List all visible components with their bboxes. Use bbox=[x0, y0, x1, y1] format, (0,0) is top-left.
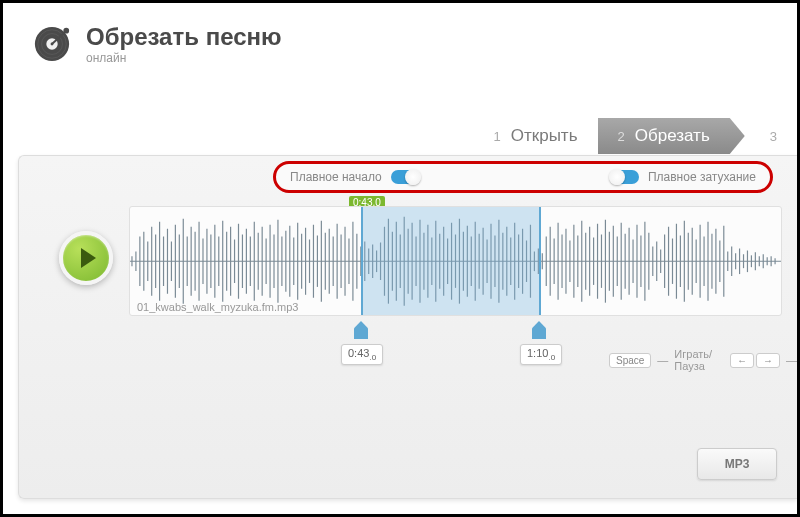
arrow-left-key-icon: ← bbox=[730, 353, 754, 368]
tab-step3[interactable]: 3 bbox=[745, 121, 797, 152]
selection-end-time[interactable]: 1:10.0 bbox=[520, 344, 562, 365]
svg-point-6 bbox=[63, 28, 69, 34]
selection-end-handle[interactable] bbox=[532, 321, 546, 339]
selection-start-handle[interactable] bbox=[354, 321, 368, 339]
fade-controls-highlighted: Плавное начало Плавное затухание bbox=[273, 161, 773, 193]
keyboard-hints: Space — Играть/Пауза ← → — Указате bbox=[609, 348, 800, 372]
space-hint-label: Играть/Пауза bbox=[674, 348, 712, 372]
fade-out-toggle[interactable] bbox=[611, 170, 639, 184]
tab-open[interactable]: 1 Открыть bbox=[474, 118, 598, 154]
play-button[interactable] bbox=[59, 231, 113, 285]
selection-range[interactable] bbox=[361, 207, 541, 315]
step-tabs: 1 Открыть 2 Обрезать 3 bbox=[474, 118, 797, 154]
filename-label: 01_kwabs_walk_myzuka.fm.mp3 bbox=[137, 301, 298, 313]
fade-out-control: Плавное затухание bbox=[605, 170, 756, 185]
app-subtitle: онлайн bbox=[86, 51, 282, 65]
selection-start-time[interactable]: 0:43.0 bbox=[341, 344, 383, 365]
fade-out-label: Плавное затухание bbox=[648, 170, 756, 184]
vinyl-logo-icon bbox=[33, 25, 71, 63]
space-key-icon: Space bbox=[609, 353, 651, 368]
app-title: Обрезать песню bbox=[86, 23, 282, 51]
fade-in-toggle[interactable] bbox=[391, 170, 419, 184]
arrow-right-key-icon: → bbox=[756, 353, 780, 368]
editor-panel: Плавное начало Плавное затухание 0:43.0 … bbox=[18, 155, 797, 499]
app-header: Обрезать песню онлайн bbox=[3, 3, 797, 75]
fade-in-control: Плавное начало bbox=[290, 170, 425, 185]
waveform-area[interactable] bbox=[129, 206, 782, 316]
tab-cut[interactable]: 2 Обрезать bbox=[598, 118, 745, 154]
fade-in-label: Плавное начало bbox=[290, 170, 382, 184]
format-button[interactable]: MP3 bbox=[697, 448, 777, 480]
